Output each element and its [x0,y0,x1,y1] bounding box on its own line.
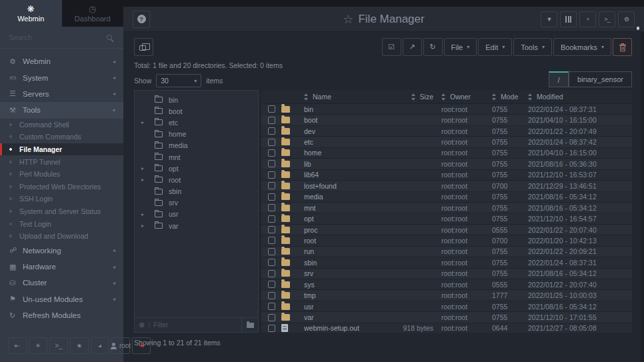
cell-name[interactable]: lib64 [304,171,383,179]
tree-item[interactable]: etc [135,117,258,128]
sort-icon[interactable] [492,93,497,101]
tree-folder-button[interactable] [241,318,254,332]
sort-icon[interactable] [441,93,446,101]
sidebar-item[interactable]: Upload and Download [0,230,123,243]
cell-name[interactable]: sbin [304,259,383,267]
row-checkbox[interactable] [268,292,275,299]
tree-filter-input[interactable] [153,321,238,329]
sidebar-item[interactable]: HTTP Tunnel [0,155,123,168]
sidebar-item[interactable]: ▭ System ◂ [0,69,123,85]
row-checkbox[interactable] [268,204,275,211]
sidebar-item[interactable]: Perl Modules [0,168,123,181]
table-row[interactable]: home root:root 0755 2021/04/10 - 16:15:0… [261,148,632,159]
row-checkbox[interactable] [268,117,275,124]
row-checkbox[interactable] [268,193,275,201]
tree-item[interactable]: mnt [135,151,258,163]
sidebar-footer-button[interactable]: ⇥ [132,337,151,354]
page-size-select[interactable]: 30 ▾ [156,74,201,87]
toolbar-menu-button[interactable]: Edit ▾ [478,38,512,56]
tree-item[interactable]: opt [135,163,258,174]
toolbar-icon-button[interactable]: ↻ [423,38,443,56]
cell-name[interactable]: home [304,149,383,157]
row-checkbox[interactable] [268,149,275,157]
header-action-button[interactable]: ⚙ [618,11,635,27]
favorite-star-icon[interactable]: ☆ [343,13,353,26]
table-row[interactable]: run root:root 0755 2022/01/22 - 20:09:21 [261,247,632,257]
trash-button[interactable] [613,38,632,56]
sidebar-item[interactable]: ⚙ Webmin ◂ [0,53,123,69]
column-header-name[interactable]: Name [304,93,383,101]
tree-item[interactable]: srv [135,197,258,209]
table-row[interactable]: tmp root:root 1777 2022/01/25 - 10:00:03 [261,290,632,301]
sidebar-item[interactable]: System and Server Status [0,205,123,218]
column-header-owner[interactable]: Owner [441,93,492,101]
cell-name[interactable]: dev [304,127,383,135]
row-checkbox[interactable] [268,325,275,332]
cell-name[interactable]: run [304,247,383,255]
sidebar-item[interactable]: ⚒ Tools ▾ [0,102,123,118]
header-action-button[interactable]: ▼ [541,11,557,27]
tree-item[interactable]: boot [135,105,258,117]
cell-name[interactable]: lib [304,160,383,168]
table-row[interactable]: srv root:root 0755 2021/08/16 - 05:34:12 [261,269,632,279]
table-row[interactable]: usr root:root 0755 2021/08/16 - 05:34:12 [261,301,632,312]
table-row[interactable]: webmin-setup.out 918 bytes root:root 064… [261,323,632,333]
row-checkbox[interactable] [268,160,275,167]
row-checkbox[interactable] [268,182,275,189]
tree-item[interactable]: home [135,129,258,140]
table-row[interactable]: mnt root:root 0755 2021/08/16 - 05:34:12 [261,203,632,213]
expand-arrow-icon[interactable] [141,177,149,183]
cell-name[interactable]: lost+found [304,182,383,190]
row-checkbox[interactable] [268,226,275,233]
cell-name[interactable]: media [304,193,383,201]
sort-icon[interactable] [304,93,309,101]
cell-name[interactable]: etc [304,138,383,146]
sidebar-tab[interactable]: ◷ Dashboard [62,0,124,27]
row-checkbox[interactable] [268,105,275,113]
expand-arrow-icon[interactable] [141,119,149,125]
clear-filter-icon[interactable]: ⊗ [139,321,145,329]
sidebar-footer-button[interactable]: ◕ [91,337,109,354]
header-action-button[interactable]: + [579,11,596,27]
toolbar-menu-button[interactable]: Bookmarks ▾ [553,38,611,56]
help-button[interactable]: ? [133,11,150,28]
column-header-modified[interactable]: Modified [528,93,632,101]
sidebar-footer-button[interactable]: >_ [49,337,68,354]
sidebar-tab[interactable]: ❋ Webmin [0,0,62,27]
toolbar-menu-button[interactable]: Tools ▾ [513,38,552,56]
sidebar-item[interactable]: File Manager [0,143,123,156]
tree-item[interactable]: usr [135,209,258,220]
table-row[interactable]: bin root:root 0755 2022/01/24 - 08:37:31 [261,104,632,115]
expand-arrow-icon[interactable] [141,165,149,171]
row-checkbox[interactable] [268,303,275,310]
table-row[interactable]: lib root:root 0755 2021/08/16 - 05:36:30 [261,159,632,169]
cell-name[interactable]: proc [304,226,383,234]
sort-icon[interactable] [528,93,533,101]
row-checkbox[interactable] [268,259,275,266]
header-action-button[interactable]: >_ [599,11,615,27]
sidebar-item[interactable]: ↻ Refresh Modules [0,307,123,323]
scrollbar-track[interactable] [641,7,644,362]
tree-item[interactable]: sbin [135,186,258,197]
cell-name[interactable]: usr [304,303,383,311]
cell-name[interactable]: bin [304,105,383,113]
table-row[interactable]: dev root:root 0755 2022/01/22 - 20:07:49 [261,126,632,137]
row-checkbox[interactable] [268,237,275,244]
cell-name[interactable]: root [304,237,383,245]
new-window-button[interactable] [134,38,153,56]
sidebar-item[interactable]: ☍ Networking ◂ [0,243,123,259]
cell-name[interactable]: mnt [304,204,383,212]
toolbar-menu-button[interactable]: File ▾ [444,38,477,56]
sidebar-footer-button[interactable]: ☀ [29,337,47,354]
cell-name[interactable]: opt [304,215,383,223]
header-action-button[interactable] [560,11,577,27]
row-checkbox[interactable] [268,281,275,288]
table-row[interactable]: var root:root 0755 2021/12/10 - 17:01:55 [261,312,632,323]
toolbar-icon-button[interactable]: ☑ [382,38,401,56]
table-row[interactable]: opt root:root 0755 2021/12/10 - 16:54:57 [261,213,632,224]
sidebar-item[interactable]: Text Login [0,217,123,230]
sort-icon[interactable] [411,93,416,101]
sidebar-footer-button[interactable]: ⇤ [8,337,27,354]
expand-arrow-icon[interactable] [141,211,149,217]
tree-item[interactable]: root [135,174,258,185]
